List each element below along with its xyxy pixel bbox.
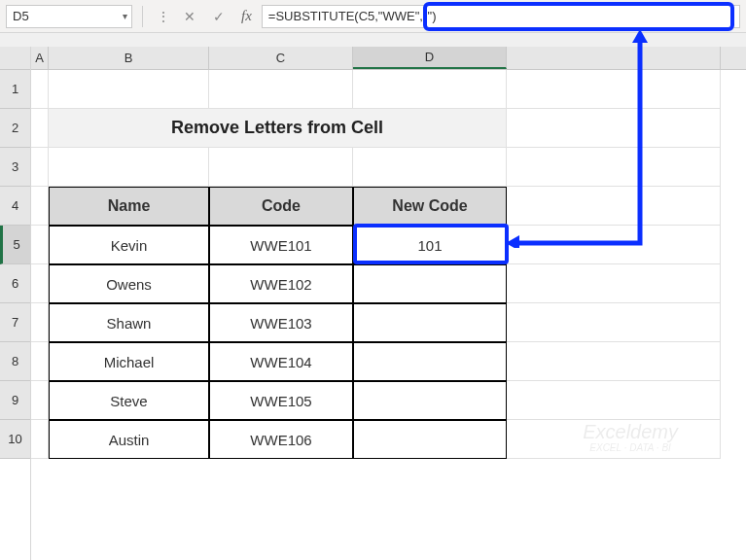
cell-d3[interactable] <box>353 148 507 187</box>
row-header-4[interactable]: 4 <box>0 187 30 226</box>
row-header-6[interactable]: 6 <box>0 264 30 303</box>
cell-a2[interactable] <box>31 109 49 148</box>
ribbon-gap <box>0 33 746 47</box>
name-box[interactable]: D5 ▾ <box>6 5 132 28</box>
formula-input[interactable]: =SUBSTITUTE(C5,"WWE","") <box>262 5 740 28</box>
cell-e5[interactable] <box>507 226 721 264</box>
spreadsheet-grid: 1 2 3 4 5 6 7 8 9 10 A B C D <box>0 47 746 560</box>
table-row[interactable]: Steve <box>49 381 209 420</box>
col-header-b[interactable]: B <box>49 47 209 69</box>
cancel-formula-icon[interactable]: ✕ <box>177 5 202 28</box>
cell-a9[interactable] <box>31 381 49 420</box>
chevron-down-icon[interactable]: ▾ <box>123 11 127 21</box>
drag-dots-icon: ⋮ <box>153 9 173 24</box>
table-row[interactable] <box>353 303 507 342</box>
title-text: Remove Letters from Cell <box>171 118 383 138</box>
cell-c3[interactable] <box>209 148 353 187</box>
cell-c1[interactable] <box>209 70 353 109</box>
formula-text: =SUBSTITUTE(C5,"WWE","") <box>268 9 437 23</box>
cell-e8[interactable] <box>507 342 721 381</box>
col-header-blank[interactable] <box>507 47 721 69</box>
row-header-8[interactable]: 8 <box>0 342 30 381</box>
select-all-corner[interactable] <box>0 47 30 70</box>
table-row[interactable]: WWE103 <box>209 303 353 342</box>
cell-d5-selected[interactable]: 101 <box>353 226 507 264</box>
row-header-7[interactable]: 7 <box>0 303 30 342</box>
cell-a8[interactable] <box>31 342 49 381</box>
table-header-newcode[interactable]: New Code <box>353 187 507 226</box>
cell-e9[interactable] <box>507 381 721 420</box>
col-header-d[interactable]: D <box>353 47 507 69</box>
cell-a4[interactable] <box>31 187 49 226</box>
row-header-9[interactable]: 9 <box>0 381 30 420</box>
table-row[interactable]: WWE101 <box>209 226 353 264</box>
row-headers: 1 2 3 4 5 6 7 8 9 10 <box>0 47 31 560</box>
cell-a5[interactable] <box>31 226 49 264</box>
table-header-name[interactable]: Name <box>49 187 209 226</box>
cells-area: Remove Letters from Cell Name Code New C… <box>31 70 746 459</box>
row-header-3[interactable]: 3 <box>0 148 30 187</box>
table-row[interactable]: Michael <box>49 342 209 381</box>
cell-e4[interactable] <box>507 187 721 226</box>
sheet-title[interactable]: Remove Letters from Cell <box>49 109 507 148</box>
table-row[interactable]: WWE105 <box>209 381 353 420</box>
cell-a6[interactable] <box>31 264 49 303</box>
formula-bar: D5 ▾ ⋮ ✕ ✓ fx =SUBSTITUTE(C5,"WWE","") <box>0 0 746 33</box>
table-row[interactable]: WWE106 <box>209 420 353 459</box>
name-box-value: D5 <box>13 9 29 23</box>
col-header-c[interactable]: C <box>209 47 353 69</box>
table-row[interactable] <box>353 342 507 381</box>
table-row[interactable]: Owens <box>49 264 209 303</box>
table-row[interactable]: WWE102 <box>209 264 353 303</box>
cell-e7[interactable] <box>507 303 721 342</box>
row-header-10[interactable]: 10 <box>0 420 30 459</box>
cell-b1[interactable] <box>49 70 209 109</box>
separator <box>142 6 143 27</box>
table-row[interactable]: Kevin <box>49 226 209 264</box>
cell-b3[interactable] <box>49 148 209 187</box>
cell-e2[interactable] <box>507 109 721 148</box>
cell-a1[interactable] <box>31 70 49 109</box>
col-header-a[interactable]: A <box>31 47 49 69</box>
column-headers: A B C D <box>31 47 746 70</box>
table-row[interactable]: WWE104 <box>209 342 353 381</box>
table-row[interactable] <box>353 381 507 420</box>
row-header-2[interactable]: 2 <box>0 109 30 148</box>
cell-d1[interactable] <box>353 70 507 109</box>
cell-e10[interactable] <box>507 420 721 459</box>
table-header-code[interactable]: Code <box>209 187 353 226</box>
cell-a3[interactable] <box>31 148 49 187</box>
table-row[interactable] <box>353 420 507 459</box>
accept-formula-icon[interactable]: ✓ <box>206 5 231 28</box>
cell-a7[interactable] <box>31 303 49 342</box>
cell-a10[interactable] <box>31 420 49 459</box>
cell-e3[interactable] <box>507 148 721 187</box>
cell-e1[interactable] <box>507 70 721 109</box>
fx-icon[interactable]: fx <box>235 8 258 24</box>
row-header-1[interactable]: 1 <box>0 70 30 109</box>
table-row[interactable]: Austin <box>49 420 209 459</box>
cell-e6[interactable] <box>507 264 721 303</box>
table-row[interactable] <box>353 264 507 303</box>
row-header-5[interactable]: 5 <box>0 226 30 264</box>
table-row[interactable]: Shawn <box>49 303 209 342</box>
